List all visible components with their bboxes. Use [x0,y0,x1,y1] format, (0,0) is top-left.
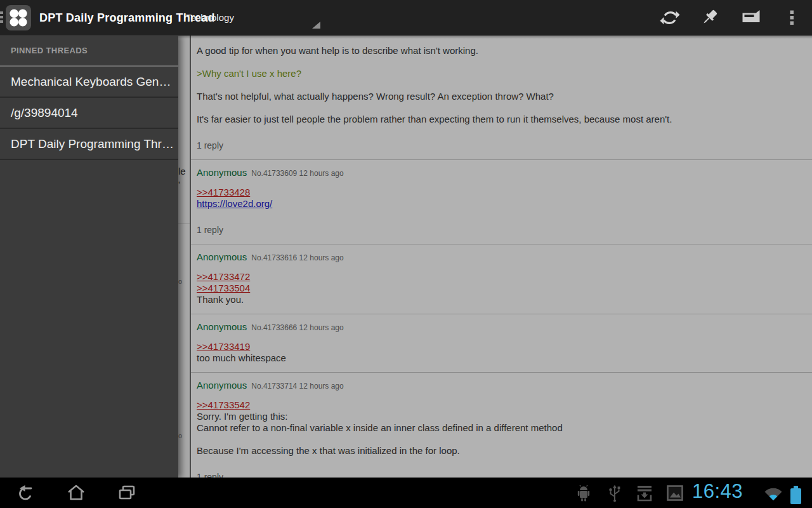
home-button[interactable] [65,481,88,504]
action-bar-buttons [650,0,812,36]
content-region: le'oo A good tip for when you want help … [0,36,812,478]
battery-icon [790,483,801,504]
clover-icon [6,5,31,30]
home-icon [65,481,88,504]
pinned-thread-label: DPT Daily Programming Thr… [11,137,174,150]
android-debug-icon [576,485,591,504]
overflow-menu-icon [782,8,802,28]
pinned-thread-label: Mechanical Keyboards Gen… [11,75,171,88]
pin-thread-button[interactable] [690,0,731,36]
screen: DPT Daily Programming Thread Technology [0,0,812,508]
refresh-button[interactable] [650,0,690,36]
overflow-menu-button[interactable] [771,0,812,36]
drawer-items: Mechanical Keyboards Gen… /g/39894014 DP… [0,67,178,160]
pinned-thread-item[interactable]: Mechanical Keyboards Gen… [0,67,178,98]
back-button[interactable] [14,481,37,504]
drawer-header: PINNED THREADS [0,36,178,67]
spinner-caret-icon [312,22,320,29]
drawer-handle-icon[interactable] [0,11,3,25]
board-spinner-label: Technology [186,9,234,27]
pin-icon [700,8,721,28]
reply-button[interactable] [731,0,771,36]
wifi-icon [763,485,784,504]
reply-icon [741,8,761,28]
clover-app-icon[interactable] [6,5,31,30]
back-icon [14,481,37,504]
pinned-thread-item[interactable]: DPT Daily Programming Thr… [0,129,178,160]
board-spinner[interactable]: Technology [180,4,324,32]
refresh-icon [660,8,680,28]
system-nav-bar: 16:43 [0,478,812,508]
usb-icon [608,485,622,505]
pinned-thread-item[interactable]: /g/39894014 [0,98,178,129]
pinned-threads-drawer: PINNED THREADS Mechanical Keyboards Gen…… [0,36,178,478]
screenshot-image-icon [666,485,684,504]
status-clock: 16:43 [692,480,743,503]
recents-icon [115,481,138,504]
pinned-thread-label: /g/39894014 [11,106,78,119]
action-bar: DPT Daily Programming Thread Technology [0,0,812,36]
system-update-icon [636,485,653,504]
recents-button[interactable] [115,481,138,504]
